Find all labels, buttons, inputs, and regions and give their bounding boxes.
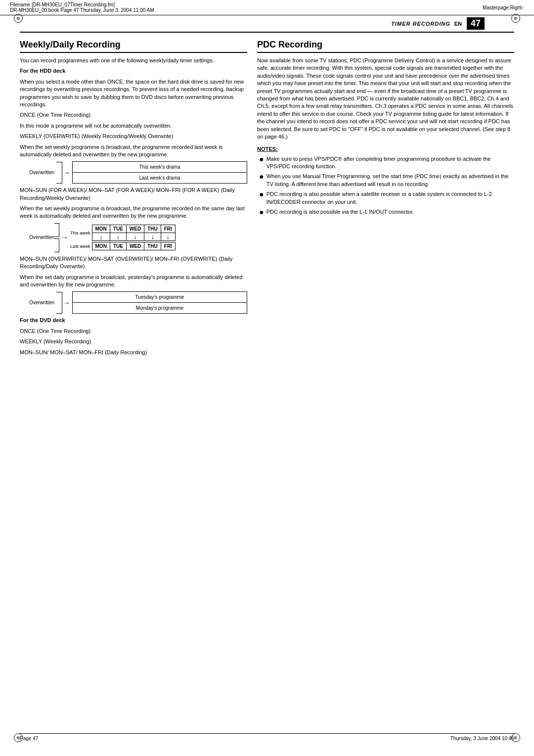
page-number: 47	[467, 17, 485, 30]
drama-box: This week's drama Last week's drama	[72, 161, 247, 184]
note-text-1: Make sure to press VPS/PDC® after comple…	[267, 155, 514, 171]
reg-mark-tr: ⊕	[511, 14, 520, 23]
wed-2: WED	[126, 242, 144, 250]
note-text-3: PDC recording is also possible when a sa…	[267, 190, 514, 206]
once-body: In this mode a programme will not be aut…	[20, 122, 247, 130]
last-week-table: MON TUE WED THU FRI	[92, 242, 176, 250]
days-header-row-2: MON TUE WED THU FRI	[92, 242, 175, 250]
note-3: ● PDC recording is also possible when a …	[257, 190, 514, 206]
reg-mark-tl: ⊕	[14, 14, 23, 23]
mon-sun-1-body: When the set weekly programme is broadca…	[20, 205, 247, 220]
note-4: ● PDC recording is also possible via the…	[257, 208, 514, 216]
page-footer: Page 47 Thursday, 3 June 2004 10:46	[20, 733, 514, 741]
bullet-4: ●	[259, 208, 264, 216]
bullet-3: ●	[259, 190, 264, 198]
tue-2: TUE	[110, 242, 126, 250]
header-left: Filename [DR-MH30EU_07Timer Recording.fm…	[10, 2, 154, 13]
bracket-arrow-3: →	[56, 292, 70, 314]
weekly-bracket-section: → This week MON TUE WED THU	[54, 223, 176, 252]
bullet-1: ●	[259, 155, 264, 163]
timer-recording-label: TIMER RECORDING	[391, 21, 450, 27]
hdd-deck-label: For the HDD deck	[20, 68, 65, 74]
tue-1: TUE	[110, 225, 126, 233]
note-text-4: PDC recording is also possible via the L…	[267, 208, 414, 216]
monday-programme: Monday's programme	[73, 302, 247, 313]
overwritten-label-2: Overwritten	[29, 235, 54, 240]
this-week-table: MON TUE WED THU FRI ↓ ↓ ↓	[92, 225, 176, 241]
page-wrapper: ⊕ ⊕ ⊕ ⊕ Filename [DR-MH30EU_07Timer Reco…	[0, 0, 534, 756]
last-week-label: Last week	[70, 244, 90, 249]
bullet-2: ●	[259, 173, 264, 181]
weekly-overwrite-body: When the set weekly programme is broadca…	[20, 143, 247, 159]
this-week-label: This week	[70, 231, 90, 236]
drama-diagram: Overwritten → This week's drama Last wee…	[20, 161, 247, 184]
right-arrow-1: →	[63, 169, 70, 177]
this-week-row: This week MON TUE WED THU FRI	[70, 225, 176, 241]
section-header: TIMER RECORDING EN 47	[20, 15, 514, 33]
arrows-row-1: ↓ ↓ ↓ ↓ ↓	[92, 233, 175, 241]
thu-1: THU	[144, 225, 161, 233]
fri-2: FRI	[161, 242, 175, 250]
mon-sun-overwrite-body: When the set daily programme is broadcas…	[20, 274, 247, 289]
last-week-row: Last week MON TUE WED THU FRI	[70, 242, 176, 250]
intro-text: You can record programmes with one of th…	[20, 57, 247, 64]
mon-2: MON	[92, 242, 110, 250]
notes-label: NOTES:	[257, 145, 514, 153]
arrow-wed-1: ↓	[126, 233, 144, 241]
mon-1: MON	[92, 225, 110, 233]
bracket-arrow-1: →	[56, 162, 70, 184]
mon-sun-1-label: MON–SUN (FOR A WEEK)/ MON–SAT (FOR A WEE…	[20, 187, 247, 202]
mon-sun-overwrite-label: MON–SUN (OVERWRITE)/ MON–SAT (OVERWRITE)…	[20, 255, 247, 271]
overwritten-label-3: Overwritten	[20, 300, 54, 305]
fri-1: FRI	[161, 225, 175, 233]
thu-2: THU	[144, 242, 161, 250]
weekly-arrow: →	[61, 234, 68, 241]
note-1: ● Make sure to press VPS/PDC® after comp…	[257, 155, 514, 171]
overwritten-label-1: Overwritten	[20, 170, 54, 175]
right-column: PDC Recording Now available from some TV…	[257, 40, 514, 359]
left-column: Weekly/Daily Recording You can record pr…	[20, 40, 247, 359]
arrow-fri-1: ↓	[161, 233, 175, 241]
right-arrow-3: →	[63, 299, 70, 307]
wed-1: WED	[126, 225, 144, 233]
en-label: EN	[454, 21, 462, 27]
programme-diagram: Overwritten → Tuesday's programme Monday…	[20, 291, 247, 314]
pdc-body: Now available from some TV stations, PDC…	[257, 57, 514, 141]
tuesday-programme: Tuesday's programme	[73, 292, 247, 302]
weekly-left: Overwritten	[20, 235, 54, 241]
bracket-column	[54, 223, 59, 252]
masterpage-label: Masterpage:Right↑	[483, 5, 524, 10]
footer-date-label: Thursday, 3 June 2004 10:46	[450, 736, 514, 741]
days-tables: This week MON TUE WED THU FRI	[70, 225, 176, 250]
last-weeks-drama: Last week's drama	[73, 172, 247, 183]
dvd-line-2: WEEKLY (Weekly Recording)	[20, 338, 247, 345]
note-text-2: When you use Manual Timer Programming, s…	[267, 173, 514, 188]
dvd-line-1: ONCE (One Time Recording)	[20, 328, 247, 335]
filename-label: Filename [DR-MH30EU_07Timer Recording.fm…	[10, 2, 154, 7]
top-header: Filename [DR-MH30EU_07Timer Recording.fm…	[0, 0, 534, 15]
programme-box: Tuesday's programme Monday's programme	[72, 291, 247, 314]
arrow-tue-1: ↓	[110, 233, 126, 241]
days-header-row: MON TUE WED THU FRI	[92, 225, 175, 233]
arrow-mon-1: ↓	[92, 233, 110, 241]
bracket-bottom	[54, 238, 59, 252]
pdc-title: PDC Recording	[257, 40, 514, 53]
hdd-deck-body: When you select a mode other than ONCE, …	[20, 78, 247, 109]
dvd-line-3: MON–SUN/ MON–SAT/ MON–FRI (Daily Recordi…	[20, 349, 247, 356]
content-area: Weekly/Daily Recording You can record pr…	[20, 33, 514, 359]
once-label: ONCE (One Time Recording)	[20, 111, 247, 119]
weekly-overwrite-label: WEEKLY (OVERWRITE) (Weekly Recording/Wee…	[20, 133, 247, 140]
bracket-top	[54, 223, 59, 237]
dvd-deck-label: For the DVD deck	[20, 317, 65, 323]
arrow-thu-1: ↓	[144, 233, 161, 241]
this-weeks-drama: This week's drama	[73, 162, 247, 172]
bookline-label: DR-MH30EU_00.book Page 47 Thursday, June…	[10, 7, 154, 13]
weekly-days-diagram: Overwritten → This week	[20, 223, 247, 252]
weekly-daily-title: Weekly/Daily Recording	[20, 40, 247, 53]
footer-page-label: Page 47	[20, 736, 38, 741]
note-2: ● When you use Manual Timer Programming,…	[257, 173, 514, 188]
